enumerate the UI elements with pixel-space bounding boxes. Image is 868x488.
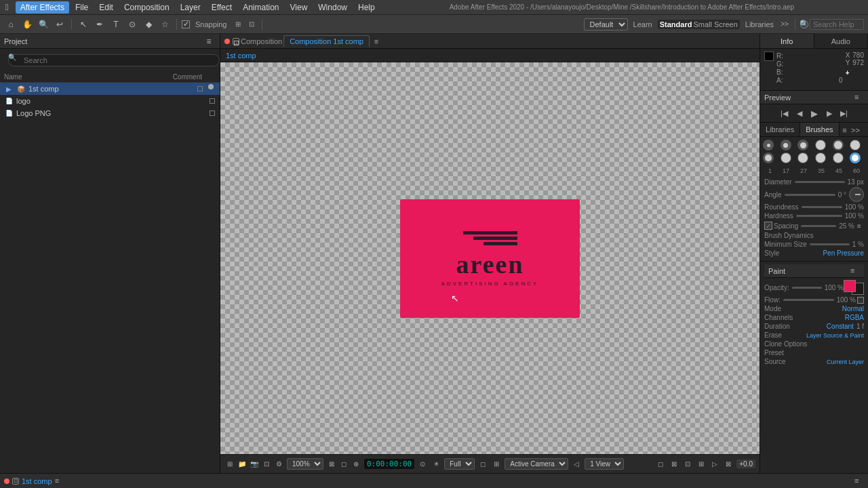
brush-11[interactable] xyxy=(833,152,844,163)
comp-icon5[interactable]: ☀ xyxy=(431,459,441,470)
comp-icon11[interactable]: ⊡ xyxy=(682,459,693,470)
brush-4[interactable] xyxy=(815,140,826,150)
timeline-menu[interactable]: ≡ xyxy=(854,476,864,486)
time-snap-icon[interactable]: ⊠ xyxy=(326,459,337,470)
project-menu-icon[interactable]: ≡ xyxy=(202,35,216,48)
zoom-tool[interactable]: 🔍 xyxy=(37,18,50,31)
project-search-input[interactable] xyxy=(8,54,220,66)
zoom-dropdown[interactable]: 100% xyxy=(287,458,323,470)
color-swatch[interactable] xyxy=(844,280,864,295)
menu-window[interactable]: Window xyxy=(313,1,352,14)
pen-tool[interactable]: ✒ xyxy=(93,18,106,31)
spacing-slider[interactable] xyxy=(801,225,836,227)
grid-view-icon[interactable]: ⊞ xyxy=(224,459,235,470)
min-size-slider[interactable] xyxy=(810,243,850,245)
comp-tab-1st[interactable]: Composition 1st comp xyxy=(283,35,370,47)
timeline-tab-menu[interactable]: ≡ xyxy=(55,476,64,486)
roundness-slider[interactable] xyxy=(802,206,842,208)
menu-layer[interactable]: Layer xyxy=(176,1,205,14)
step-fwd-btn[interactable]: ▶ xyxy=(823,107,835,119)
step-back-btn[interactable]: ◀ xyxy=(793,107,806,119)
breadcrumb-comp-name[interactable]: 1st comp xyxy=(226,52,256,60)
brush-3[interactable] xyxy=(797,140,808,150)
rotate-tool[interactable]: ↩ xyxy=(53,18,66,31)
angle-wheel[interactable] xyxy=(849,187,864,202)
camera-dropdown[interactable]: Active Camera xyxy=(505,458,568,470)
comp-icon6[interactable]: ◻ xyxy=(477,459,488,470)
hardness-slider[interactable] xyxy=(796,215,842,217)
menu-help[interactable]: Help xyxy=(353,1,380,14)
menu-effect[interactable]: Effect xyxy=(207,1,237,14)
comp-icon3[interactable]: ⊕ xyxy=(351,459,361,470)
snapping-checkbox[interactable]: ✓ xyxy=(182,20,190,28)
brush-tool[interactable]: ⊙ xyxy=(125,18,139,31)
home-tool[interactable]: ⌂ xyxy=(4,18,18,31)
brushes-expand[interactable]: >> xyxy=(850,123,861,138)
comp-icon8[interactable]: ◁ xyxy=(571,459,582,470)
spacing-check[interactable]: ✓ xyxy=(764,222,772,230)
brush-8[interactable] xyxy=(781,152,791,163)
brush-9[interactable] xyxy=(797,152,808,163)
comp-icon14[interactable]: ⊠ xyxy=(723,459,734,470)
comp-icon12[interactable]: ⊞ xyxy=(696,459,707,470)
expand-icon[interactable]: >> xyxy=(779,19,790,30)
snapping-icon[interactable]: ⊞ xyxy=(233,19,243,30)
project-item-2[interactable]: 📄 Logo PNG xyxy=(0,107,220,119)
hand-tool[interactable]: ✋ xyxy=(20,18,34,31)
puppet-tool[interactable]: ☆ xyxy=(158,18,172,31)
brush-10[interactable] xyxy=(815,152,826,163)
preview-menu[interactable]: ≡ xyxy=(854,93,864,102)
camera-icon[interactable]: 📷 xyxy=(249,459,260,470)
skip-fwd-btn[interactable]: ▶| xyxy=(838,107,850,119)
play-btn[interactable]: ▶ xyxy=(808,107,821,119)
comp-icon4[interactable]: ⊙ xyxy=(417,459,428,470)
close-button[interactable] xyxy=(224,39,230,44)
workspace-default[interactable]: Default xyxy=(584,18,628,30)
learn-btn[interactable]: Learn xyxy=(631,20,655,28)
project-item-0[interactable]: ▶ 📦 1st comp xyxy=(0,83,220,95)
comp-timecode[interactable]: 0:00:00:00 xyxy=(364,459,414,469)
brushes-menu[interactable]: ≡ xyxy=(840,123,850,138)
comp-icon10[interactable]: ⊠ xyxy=(669,459,679,470)
comp-icon13[interactable]: ▷ xyxy=(709,459,720,470)
brush-7[interactable] xyxy=(763,152,774,163)
brush-5[interactable] xyxy=(833,140,844,150)
libraries-tab[interactable]: Libraries xyxy=(760,123,800,136)
comp-icon7[interactable]: ⊞ xyxy=(491,459,502,470)
small-screen-btn[interactable]: Small Screen xyxy=(693,20,737,28)
paint-menu[interactable]: ≡ xyxy=(850,266,860,276)
comp-icon9[interactable]: ◻ xyxy=(655,459,666,470)
menu-after-effects[interactable]: After Effects xyxy=(16,1,69,14)
comp-icon2[interactable]: ◻ xyxy=(338,459,349,470)
resolution-dropdown[interactable]: Full xyxy=(444,458,475,470)
apple-menu[interactable]:  xyxy=(5,2,9,12)
search-input[interactable] xyxy=(810,19,864,30)
menu-view[interactable]: View xyxy=(285,1,313,14)
skip-back-btn[interactable]: |◀ xyxy=(778,107,791,119)
brush-selected[interactable] xyxy=(850,152,861,163)
menu-animation[interactable]: Animation xyxy=(238,1,283,14)
views-dropdown[interactable]: 1 View xyxy=(585,458,624,470)
timeline-comp-tab[interactable]: 1st comp xyxy=(22,477,52,485)
libraries-btn[interactable]: Libraries xyxy=(743,20,776,28)
flow-slider[interactable] xyxy=(783,299,834,301)
comp-menu-icon[interactable]: ≡ xyxy=(371,36,382,47)
audio-tab[interactable]: Audio xyxy=(814,34,869,48)
diameter-slider[interactable] xyxy=(795,181,845,183)
grid-icon[interactable]: ⊡ xyxy=(246,19,257,30)
paint-tool[interactable]: ◆ xyxy=(142,18,155,31)
opacity-slider[interactable] xyxy=(792,287,822,289)
brush-6[interactable] xyxy=(850,140,861,150)
plus-icon[interactable]: + xyxy=(846,69,854,77)
project-item-1[interactable]: 📄 logo xyxy=(0,95,220,107)
info-tab[interactable]: Info xyxy=(760,34,814,48)
spacing-menu[interactable]: ≡ xyxy=(854,221,864,230)
angle-slider[interactable] xyxy=(785,194,835,196)
menu-composition[interactable]: Composition xyxy=(119,1,174,14)
brush-1[interactable] xyxy=(763,140,774,150)
folder-icon[interactable]: 📁 xyxy=(237,459,248,470)
menu-edit[interactable]: Edit xyxy=(94,1,118,14)
standard-btn[interactable]: Standard xyxy=(660,20,692,28)
brushes-tab[interactable]: Brushes xyxy=(800,123,839,136)
ruler-icon[interactable]: ⊡ xyxy=(261,459,272,470)
